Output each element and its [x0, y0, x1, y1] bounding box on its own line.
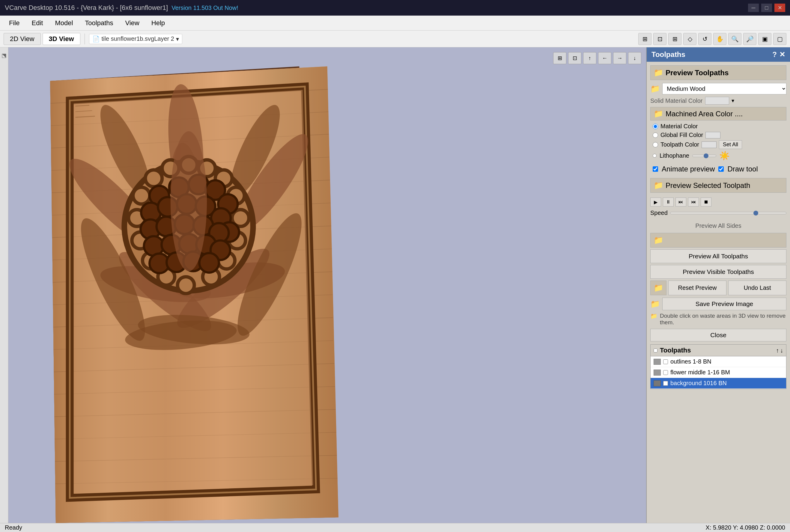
- preview-selected-section: 📁 Preview Selected Toolpath ▶ ⏸ ⏭ ⏮ ⏹ Sp…: [650, 178, 786, 217]
- material-row: 📁 Medium Wood Light Wood Dark Wood Alumi…: [650, 83, 786, 94]
- preview-all-toolpaths-button[interactable]: Preview All Toolpaths: [650, 249, 786, 263]
- save-preview-image-button[interactable]: Save Preview Image: [662, 298, 786, 310]
- panel-close-icon[interactable]: ✕: [779, 50, 785, 59]
- toolbar-btn-rotate[interactable]: ↺: [698, 33, 712, 45]
- menu-toolpaths[interactable]: Toolpaths: [79, 17, 118, 29]
- play-button[interactable]: ▶: [650, 197, 661, 207]
- vp-btn-up[interactable]: ↑: [583, 52, 596, 64]
- set-all-button[interactable]: Set All: [719, 140, 742, 149]
- lithophane-slider[interactable]: [692, 155, 716, 157]
- menu-file[interactable]: File: [4, 17, 25, 29]
- toolbar-btn-zoom-in[interactable]: 🔍: [728, 33, 741, 45]
- file-icon: 📄: [92, 35, 100, 42]
- panel-help-icon[interactable]: ?: [772, 50, 777, 59]
- tab-2d-view[interactable]: 2D View: [4, 33, 41, 45]
- status-bar: Ready X: 5.9820 Y: 4.0980 Z: 0.0000: [0, 523, 790, 532]
- vp-btn-left[interactable]: ←: [598, 52, 611, 64]
- dropdown-arrow-icon[interactable]: ▾: [176, 35, 179, 42]
- toolbar-btn-zoom-out[interactable]: 🔎: [743, 33, 756, 45]
- minimize-button[interactable]: ─: [748, 4, 759, 12]
- close-button[interactable]: ✕: [774, 4, 785, 12]
- right-panel-header: Toolpaths ? ✕: [647, 48, 790, 62]
- file-label[interactable]: 📄 tile sunflower1b.svgLayer 2 ▾: [89, 34, 182, 44]
- draw-tool-label: Draw tool: [727, 165, 758, 173]
- radio-material-color-input[interactable]: [653, 124, 658, 129]
- preview-toolpaths-title: Preview Toolpaths: [665, 69, 729, 77]
- speed-slider-container[interactable]: [670, 212, 786, 214]
- stop-button[interactable]: ⏹: [701, 197, 712, 207]
- toolpaths-list-header: Toolpaths ↑ ↓: [651, 345, 786, 356]
- toolpath-item-background[interactable]: background 1016 BN: [651, 378, 786, 389]
- toolpath-item-outlines[interactable]: outlines 1-8 BN: [651, 356, 786, 367]
- reset-folder-icon: 📁: [654, 283, 663, 292]
- title-bar: VCarve Desktop 10.516 - {Vera Kark} - [6…: [0, 0, 790, 16]
- undo-last-button[interactable]: Undo Last: [728, 281, 786, 295]
- toolpaths-up-button[interactable]: ↑: [776, 347, 779, 354]
- reset-preview-button[interactable]: Reset Preview: [668, 281, 727, 295]
- preview-toolpaths-header: 📁 Preview Toolpaths: [650, 65, 786, 80]
- last-button[interactable]: ⏮: [688, 197, 699, 207]
- main-area: ⬔: [0, 48, 790, 523]
- sun-icon: ☀️: [719, 151, 730, 160]
- toolpath-item-flower-middle[interactable]: flower middle 1-16 BM: [651, 367, 786, 378]
- radio-lithophane-input[interactable]: [653, 154, 657, 158]
- version-label: Version 11.503 Out Now!: [171, 4, 238, 12]
- menu-view[interactable]: View: [120, 17, 145, 29]
- viewport-3d[interactable]: ⊞ ⊡ ↑ ← → ↓: [8, 48, 646, 523]
- material-folder-icon: 📁: [650, 84, 660, 94]
- toolpath-color-swatch[interactable]: [701, 141, 717, 148]
- radio-toolpath-color-input[interactable]: [653, 142, 658, 148]
- material-dropdown[interactable]: Medium Wood Light Wood Dark Wood Alumini…: [662, 83, 786, 94]
- toolbar-btn-pan[interactable]: ✋: [713, 33, 727, 45]
- save-preview-folder-icon: 📁: [650, 299, 660, 309]
- playback-controls: ▶ ⏸ ⏭ ⏮ ⏹: [650, 196, 786, 208]
- title-bar-controls[interactable]: ─ □ ✕: [748, 4, 785, 12]
- animate-row: Animate preview Draw tool: [650, 163, 786, 175]
- vp-btn-frame[interactable]: ⊞: [553, 52, 566, 64]
- toolpath-checkbox-outlines[interactable]: [663, 359, 668, 364]
- toolbar-btn-frame[interactable]: ⊞: [638, 33, 652, 45]
- panel-content: 📁 Preview Toolpaths 📁 Medium Wood Light …: [647, 62, 790, 523]
- radio-global-fill-input[interactable]: [653, 132, 658, 138]
- animate-preview-checkbox[interactable]: [653, 166, 658, 172]
- maximize-button[interactable]: □: [761, 4, 772, 12]
- menu-edit[interactable]: Edit: [26, 17, 48, 29]
- radio-global-fill-label: Global Fill Color: [660, 132, 703, 138]
- preview-visible-toolpaths-button[interactable]: Preview Visible Toolpaths: [650, 265, 786, 279]
- toolbar-btn-grid[interactable]: ⊞: [668, 33, 681, 45]
- toolbar-btn-perspective[interactable]: ◇: [683, 33, 696, 45]
- toolpath-name-background: background 1016 BN: [670, 380, 727, 387]
- vp-btn-right[interactable]: →: [613, 52, 626, 64]
- solid-material-swatch[interactable]: [705, 97, 729, 104]
- toolpaths-down-button[interactable]: ↓: [780, 347, 783, 354]
- panel-title: Toolpaths: [652, 50, 685, 59]
- machined-folder-icon: 📁: [654, 109, 663, 118]
- pause-button[interactable]: ⏸: [663, 197, 674, 207]
- svg-point-42: [145, 170, 162, 187]
- vp-btn-down[interactable]: ↓: [628, 52, 641, 64]
- vp-btn-zoom[interactable]: ⊡: [568, 52, 581, 64]
- tab-separator: [84, 34, 85, 44]
- tab-3d-view[interactable]: 3D View: [42, 33, 80, 45]
- animate-preview-label: Animate preview: [662, 165, 715, 173]
- radio-toolpath-color-label: Toolpath Color: [660, 141, 699, 148]
- close-panel-button[interactable]: Close: [650, 329, 786, 341]
- global-fill-swatch[interactable]: [706, 132, 720, 138]
- speed-slider[interactable]: [670, 212, 786, 214]
- menu-model[interactable]: Model: [50, 17, 78, 29]
- toolpaths-select-all-checkbox[interactable]: [654, 348, 657, 353]
- toolpath-checkbox-flower[interactable]: [663, 370, 668, 375]
- toolpath-checkbox-background[interactable]: [663, 381, 668, 386]
- menu-help[interactable]: Help: [146, 17, 170, 29]
- info-row: 📁 Double click on waste areas in 3D view…: [650, 312, 786, 326]
- toolbar-btn-view1[interactable]: ▣: [758, 33, 771, 45]
- skip-end-button[interactable]: ⏭: [676, 197, 686, 207]
- svg-point-54: [177, 277, 194, 293]
- draw-tool-checkbox[interactable]: [718, 166, 724, 172]
- toolbar-btn-view2[interactable]: ▢: [773, 33, 786, 45]
- solid-material-dropdown-icon[interactable]: ▾: [732, 97, 734, 104]
- toolbar-btn-extents[interactable]: ⊡: [653, 33, 666, 45]
- toolpath-name-outlines: outlines 1-8 BN: [670, 358, 712, 365]
- preview-all-sides: Preview All Sides: [650, 221, 786, 231]
- toolpaths-section: Toolpaths ↑ ↓ outlines 1-8 BN flower mid…: [650, 344, 786, 389]
